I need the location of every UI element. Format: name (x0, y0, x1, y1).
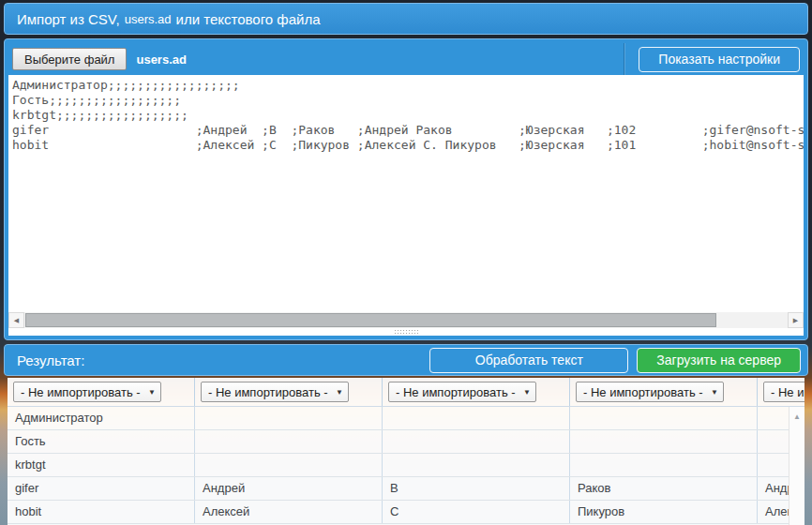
scrollbar-track[interactable] (24, 312, 788, 328)
panel-splitter (8, 328, 804, 336)
cell-login: hobit (8, 501, 195, 523)
cell-initial: В (383, 477, 570, 500)
table-row: Гость (8, 430, 789, 454)
column-select-3[interactable]: - Не импортировать - ▼ (388, 382, 536, 402)
csv-textarea[interactable]: Администратор;;;;;;;;;;;;;;;;;; Гость;;;… (8, 75, 804, 312)
cell-surname (570, 454, 758, 476)
file-row-divider (624, 43, 624, 75)
title-suffix: или текстового файла (176, 11, 321, 27)
cell-fullname (758, 407, 789, 429)
column-mapping-row: - Не импортировать - ▼ - Не импортироват… (8, 378, 804, 407)
page-title: Импорт из CSV, users.ad или текстового ф… (4, 3, 808, 35)
chevron-down-icon: ▼ (523, 388, 531, 397)
column-header-cell: - Не импортировать - ▼ (758, 378, 804, 406)
cell-fullname (758, 430, 789, 453)
scroll-right-button[interactable]: ▶ (788, 312, 804, 328)
column-header-cell: - Не импортировать - ▼ (195, 378, 383, 406)
cell-surname: Раков (570, 477, 758, 500)
column-header-cell: - Не импортировать - ▼ (383, 378, 570, 406)
table-row: hobit Алексей С Пикуров Алексей С. Пикур… (8, 501, 789, 524)
column-select-2[interactable]: - Не импортировать - ▼ (201, 382, 349, 402)
choose-file-button[interactable]: Выберите файл (12, 48, 127, 70)
title-prefix: Импорт из CSV, (17, 11, 120, 27)
table-rows: Администратор Гость krbtgt (8, 407, 789, 525)
scroll-up-icon: ▲ (793, 412, 801, 421)
column-select-3-value: - Не импортировать - (396, 385, 516, 399)
chevron-down-icon: ▼ (336, 388, 343, 397)
cell-login: krbtgt (8, 454, 195, 476)
horizontal-scrollbar: ◀ ▶ (8, 312, 804, 328)
file-row: Выберите файл users.ad Показать настройк… (8, 43, 804, 75)
scroll-left-icon: ◀ (14, 317, 19, 324)
cell-name (195, 430, 383, 453)
column-select-1[interactable]: - Не импортировать - ▼ (13, 382, 161, 402)
cell-name: Алексей (195, 501, 383, 523)
column-select-5-value: - Не импортировать - (771, 385, 804, 399)
table-body: Администратор Гость krbtgt (8, 407, 804, 525)
column-select-4-value: - Не импортировать - (583, 385, 703, 399)
table-row: Администратор (8, 407, 789, 430)
scrollbar-thumb[interactable] (25, 313, 716, 327)
import-panel: Выберите файл users.ad Показать настройк… (4, 38, 808, 340)
cell-fullname: Андрей Раков (758, 477, 789, 500)
show-settings-button[interactable]: Показать настройки (639, 47, 800, 72)
chevron-down-icon: ▼ (711, 388, 718, 397)
result-bar: Результат: Обработать текст Загрузить на… (4, 344, 808, 376)
table-row: krbtgt (8, 454, 789, 477)
selected-filename: users.ad (136, 52, 186, 67)
process-text-button[interactable]: Обработать текст (429, 348, 628, 373)
chevron-down-icon: ▼ (148, 388, 156, 397)
cell-surname (570, 407, 758, 429)
upload-to-server-button[interactable]: Загрузить на сервер (637, 348, 801, 373)
cell-name: Андрей (195, 477, 383, 500)
cell-initial (383, 407, 570, 429)
cell-initial: С (383, 501, 570, 523)
table-vertical-scrollbar[interactable]: ▲ (789, 407, 804, 525)
result-label: Результат: (17, 352, 84, 368)
cell-name (195, 407, 383, 429)
result-table: - Не импортировать - ▼ - Не импортироват… (8, 378, 804, 525)
cell-login: gifer (8, 477, 195, 500)
cell-surname: Пикуров (570, 501, 758, 523)
cell-initial (383, 430, 570, 453)
cell-surname (570, 430, 758, 453)
scroll-right-icon: ▶ (793, 317, 798, 324)
resize-grip-icon[interactable] (394, 329, 419, 335)
import-page: Импорт из CSV, users.ad или текстового ф… (0, 0, 812, 525)
column-select-2-value: - Не импортировать - (208, 385, 328, 399)
cell-name (195, 454, 383, 476)
column-select-1-value: - Не импортировать - (21, 385, 141, 399)
cell-fullname (758, 454, 789, 476)
column-header-cell: - Не импортировать - ▼ (8, 378, 195, 406)
scroll-left-button[interactable]: ◀ (8, 312, 24, 328)
csv-editor: Администратор;;;;;;;;;;;;;;;;;; Гость;;;… (8, 75, 804, 336)
column-select-5[interactable]: - Не импортировать - ▼ (763, 382, 804, 402)
cell-login: Гость (8, 430, 195, 453)
cell-fullname: Алексей С. Пикуров (758, 501, 789, 523)
column-select-4[interactable]: - Не импортировать - ▼ (576, 382, 724, 402)
cell-login: Администратор (8, 407, 195, 429)
cell-initial (383, 454, 570, 476)
title-filename: users.ad (125, 12, 172, 26)
table-row: gifer Андрей В Раков Андрей Раков (8, 477, 789, 501)
column-header-cell: - Не импортировать - ▼ (570, 378, 758, 406)
